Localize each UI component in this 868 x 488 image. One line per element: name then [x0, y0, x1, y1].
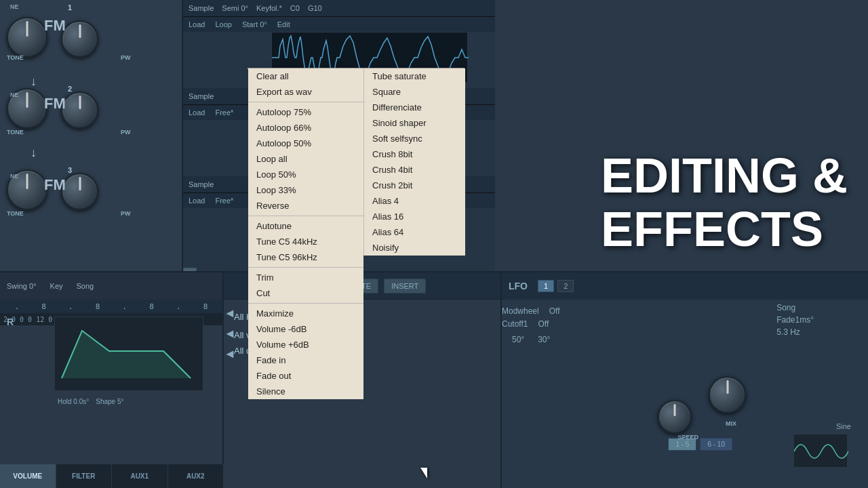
tab-aux2[interactable]: AUX2 — [168, 464, 224, 488]
menu-tune-44khz[interactable]: Tune C5 44kHz — [248, 234, 363, 249]
tab-aux1[interactable]: AUX1 — [112, 464, 168, 488]
menu-fade-in[interactable]: Fade in — [248, 352, 363, 368]
menu-divider-2 — [248, 216, 363, 216]
lfo-tab-1[interactable]: 1 — [538, 280, 554, 292]
cutoff1-row: Cutoff1 Off — [502, 319, 692, 329]
arrow-left-3[interactable]: ◄ — [224, 347, 236, 361]
menu-divider-3 — [248, 267, 363, 268]
menu-maximize[interactable]: Maximize — [248, 306, 363, 321]
envelope-svg — [55, 317, 204, 392]
menu-autoloop-50[interactable]: Autoloop 50% — [248, 136, 363, 151]
loop-btn[interactable]: Loop — [215, 20, 231, 28]
hz-label: 5.3 Hz — [776, 327, 814, 337]
knob-speed[interactable] — [658, 400, 692, 434]
menu-crush-2bit[interactable]: Crush 2bit — [364, 178, 465, 193]
c0-label: C0 — [290, 4, 300, 12]
number-dots-row: .8.8.8.8 — [0, 300, 222, 313]
edit-btn[interactable]: Edit — [277, 20, 290, 28]
lfo-tab-2[interactable]: 2 — [557, 280, 574, 292]
tab-bar: VOLUME FILTER AUX1 AUX2 — [0, 464, 224, 488]
sample-label-3: Sample — [189, 180, 214, 188]
menu-export-wav[interactable]: Export as wav — [248, 84, 363, 100]
ne-label-3: NE — [10, 173, 19, 180]
menu-volume-plus6[interactable]: Volume +6dB — [248, 337, 363, 352]
menu-crush-4bit[interactable]: Crush 4bit — [364, 162, 465, 178]
fm-indicator-1: FM — [44, 17, 66, 35]
song-label-bottom: Song — [77, 282, 94, 290]
load-btn[interactable]: Load — [189, 20, 205, 28]
knob-tone-1[interactable] — [7, 17, 47, 58]
g10-label: G10 — [308, 4, 322, 12]
lfo-tabs: 1 2 — [538, 280, 574, 292]
overlay-text: EDITING & EFFECTS — [601, 149, 848, 256]
tab-volume[interactable]: VOLUME — [0, 464, 56, 488]
menu-loop-33[interactable]: Loop 33% — [248, 182, 363, 198]
menu-loop-all[interactable]: Loop all — [248, 151, 363, 167]
song-label-right: Song — [776, 303, 814, 312]
menu-volume-minus6[interactable]: Volume -6dB — [248, 321, 363, 337]
hold-shape-labels: Hold 0.0s° Shape 5° — [58, 398, 124, 405]
context-menu: Clear all Export as wav Autoloop 75% Aut… — [248, 68, 465, 69]
knob-pw-1[interactable] — [61, 20, 98, 58]
menu-autotune[interactable]: Autotune — [248, 218, 363, 234]
sample-label-1: Sample — [189, 4, 214, 12]
tab-filter[interactable]: FILTER — [56, 464, 113, 488]
osc-number-1: 1 — [68, 3, 72, 12]
menu-loop-50[interactable]: Loop 50% — [248, 167, 363, 182]
menu-alias-64[interactable]: Alias 64 — [364, 224, 465, 240]
menu-reverse[interactable]: Reverse — [248, 198, 363, 214]
bottom-right-panel: LFO 1 2 1 - 5 6 - 10 Modwheel Off Cutoff… — [502, 272, 868, 488]
pw-label-3: PW — [121, 210, 131, 217]
menu-divider-1 — [248, 102, 363, 102]
range-btn-6-10[interactable]: 6 - 10 — [700, 438, 732, 451]
modwheel-row: Modwheel Off — [502, 306, 692, 316]
modwheel-off: Off — [549, 306, 560, 316]
sample-label-2: Sample — [189, 92, 214, 100]
menu-trim[interactable]: Trim — [248, 270, 363, 285]
cutoff1-label: Cutoff1 — [502, 319, 528, 329]
load-btn-3[interactable]: Load — [189, 197, 205, 205]
knob-pw-2[interactable] — [61, 92, 98, 129]
menu-tune-96khz[interactable]: Tune C5 96kHz — [248, 249, 363, 265]
bottom-section: Swing 0° Key Song .8.8.8.8 2000120000120… — [0, 271, 868, 488]
arrow-left-2[interactable]: ◄ — [224, 327, 236, 341]
pw-label-1: PW — [121, 54, 131, 61]
free-label-2: Free* — [215, 108, 233, 117]
menu-cut[interactable]: Cut — [248, 285, 363, 301]
load-btn-2[interactable]: Load — [189, 108, 205, 117]
free-label-3: Free* — [215, 197, 233, 205]
ne-label-2: NE — [10, 92, 19, 98]
insert-btn[interactable]: INSERT — [384, 279, 426, 293]
sample-bar-1: Sample Semi 0° Keyfol.* C0 G10 — [183, 0, 495, 17]
menu-silence[interactable]: Silence — [248, 384, 363, 399]
menu-sinoid-shaper[interactable]: Sinoid shaper — [364, 115, 465, 131]
key-label-bottom: Key — [50, 282, 63, 290]
osc-number-3: 3 — [68, 166, 72, 174]
degree-50: 50° — [512, 335, 524, 344]
menu-square[interactable]: Square — [364, 84, 465, 100]
knob-mix[interactable] — [709, 376, 746, 413]
menu-crush-8bit[interactable]: Crush 8bit — [364, 146, 465, 162]
menu-fade-out[interactable]: Fade out — [248, 368, 363, 384]
menu-alias-16[interactable]: Alias 16 — [364, 209, 465, 224]
menu-clear-all[interactable]: Clear all — [248, 68, 363, 84]
sine-svg — [794, 434, 848, 468]
menu-soft-selfsync[interactable]: Soft selfsync — [364, 131, 465, 146]
envelope-display — [54, 317, 203, 391]
knob-pw-3[interactable] — [61, 173, 98, 210]
tone-label-3: TONE — [7, 210, 24, 217]
degree-row: 50° 30° — [502, 332, 692, 347]
menu-alias-4[interactable]: Alias 4 — [364, 193, 465, 209]
menu-tube-saturate[interactable]: Tube saturate — [364, 68, 465, 84]
menu-divider-4 — [248, 303, 363, 304]
swing-bar: Swing 0° Key Song — [0, 272, 222, 300]
menu-autoloop-66[interactable]: Autoloop 66% — [248, 120, 363, 136]
bottom-left-panel: Swing 0° Key Song .8.8.8.8 2000120000120… — [0, 272, 224, 488]
arrow-left-1[interactable]: ◄ — [224, 306, 236, 321]
overlay-line-1: EDITING & — [601, 149, 848, 203]
menu-noisify[interactable]: Noisify — [364, 240, 465, 256]
context-menu-left: Clear all Export as wav Autoloop 75% Aut… — [248, 68, 363, 399]
menu-differenciate[interactable]: Differenciate — [364, 100, 465, 115]
menu-autoloop-75[interactable]: Autoloop 75% — [248, 104, 363, 120]
mix-label: MIX — [711, 420, 751, 427]
